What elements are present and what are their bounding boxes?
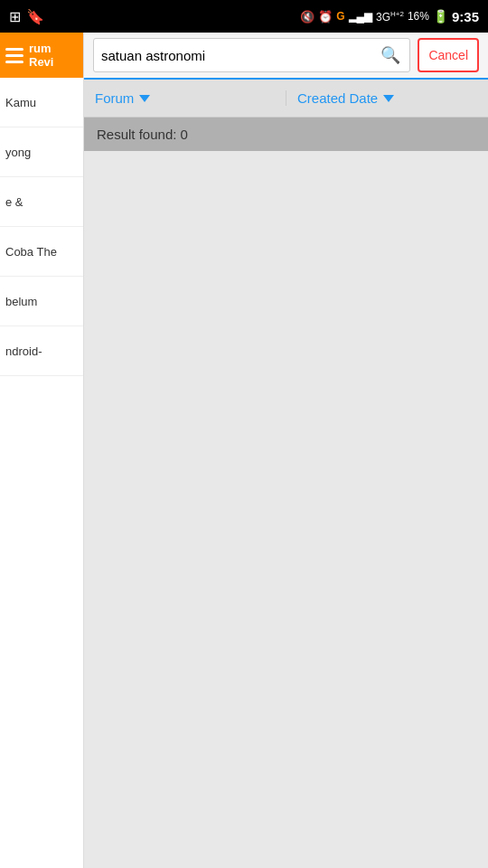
cancel-button[interactable]: Cancel	[418, 38, 479, 72]
sidebar-item-label-4: belum	[5, 295, 37, 308]
column-header-date[interactable]: Created Date	[286, 90, 488, 106]
sidebar-item-label-0: Kamu	[5, 96, 36, 109]
search-button[interactable]: 🔍	[379, 43, 402, 67]
result-banner: Result found: 0	[84, 118, 488, 151]
network-3g-icon: 3GH+2	[376, 10, 404, 24]
sidebar-item-2[interactable]: e &	[0, 177, 83, 227]
sidebar-item-label-2: e &	[5, 195, 23, 209]
status-left-icons: ⊞ 🔖	[9, 8, 44, 25]
signal-bars-icon: ▂▄▆	[349, 10, 373, 23]
date-column-label: Created Date	[297, 90, 378, 106]
sidebar-item-0[interactable]: Kamu	[0, 78, 83, 127]
status-right: 🔇 ⏰ G ▂▄▆ 3GH+2 16% 🔋 9:35	[300, 9, 479, 24]
alarm-icon: ⏰	[318, 10, 333, 24]
network-g-icon: G	[336, 10, 344, 23]
sidebar-item-1[interactable]: yong	[0, 127, 83, 177]
sidebar-header-text: rum Revi	[29, 42, 78, 69]
search-bar: 🔍 Cancel	[84, 33, 488, 80]
column-headers: Forum Created Date	[84, 80, 488, 118]
sidebar-item-3[interactable]: Coba The	[0, 227, 83, 277]
mute-icon: 🔇	[300, 10, 314, 24]
sidebar-item-4[interactable]: belum	[0, 277, 83, 326]
main-container: rum Revi Kamu yong e & Coba The belum nd…	[0, 33, 488, 868]
bookmark-icon: 🔖	[26, 8, 44, 25]
sidebar-item-label-3: Coba The	[5, 245, 57, 259]
result-found-text: Result found: 0	[97, 127, 188, 142]
sidebar-item-label-5: ndroid-	[5, 344, 42, 358]
search-input-wrap[interactable]: 🔍	[93, 38, 410, 72]
battery-percent: 16%	[408, 10, 429, 23]
content-area: 🔍 Cancel Forum Created Date Result found…	[84, 33, 488, 868]
date-sort-arrow	[383, 95, 394, 102]
status-time: 9:35	[452, 9, 479, 24]
sidebar-item-label-1: yong	[5, 146, 31, 159]
forum-column-label: Forum	[95, 90, 134, 106]
status-bar: ⊞ 🔖 🔇 ⏰ G ▂▄▆ 3GH+2 16% 🔋 9:35	[0, 0, 488, 33]
search-icon: 🔍	[380, 46, 400, 64]
column-header-forum[interactable]: Forum	[84, 90, 286, 106]
search-input[interactable]	[101, 48, 379, 63]
battery-icon: 🔋	[433, 9, 448, 24]
empty-results-area	[84, 151, 488, 868]
forum-sort-arrow	[139, 95, 150, 102]
sidebar-item-5[interactable]: ndroid-	[0, 326, 83, 376]
bbm-icon: ⊞	[9, 8, 21, 25]
sidebar-header: rum Revi	[0, 33, 83, 78]
menu-icon[interactable]	[5, 48, 23, 63]
sidebar: rum Revi Kamu yong e & Coba The belum nd…	[0, 33, 84, 868]
